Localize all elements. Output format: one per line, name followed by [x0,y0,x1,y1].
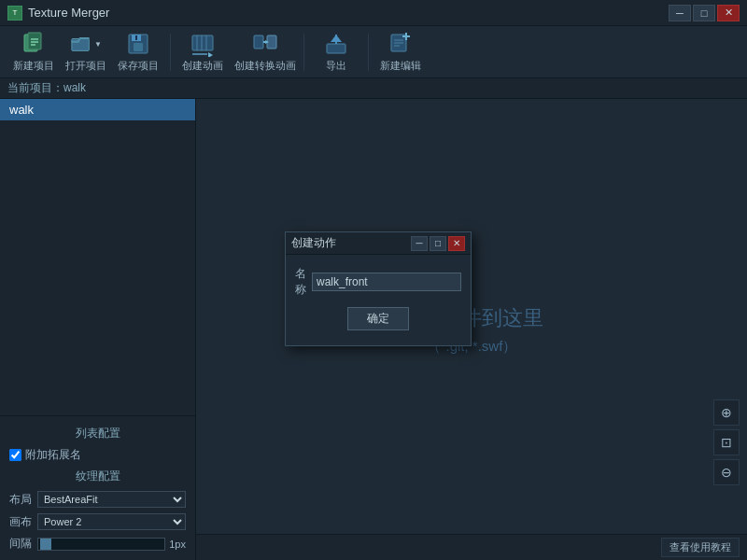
create-transition-label: 创建转换动画 [234,59,296,73]
dialog-body: 名称 确定 [286,255,471,345]
open-project-dropdown-arrow: ▼ [94,40,102,49]
bottom-bar: 查看使用教程 [196,534,747,560]
toolbar: 新建项目 ▼ 打开项目 保存项目 [0,26,747,78]
dialog-name-label: 名称 [295,266,306,298]
svg-rect-10 [192,35,213,50]
svg-rect-9 [135,35,137,40]
current-project-bar: 当前项目：walk [0,78,747,99]
create-transition-icon [252,31,278,57]
new-project-label: 新建项目 [13,59,54,73]
sidebar: walk 列表配置 附加拓展名 纹理配置 布局 BestAreaFit Best… [0,99,196,560]
dialog-ok-button[interactable]: 确定 [347,307,409,330]
layout-row: 布局 BestAreaFit BestLongSideFit BestShort… [0,488,195,511]
append-ext-row: 附加拓展名 [0,445,195,465]
svg-rect-8 [134,43,143,51]
sidebar-bottom: 列表配置 附加拓展名 纹理配置 布局 BestAreaFit BestLongS… [0,415,195,560]
gap-label: 间隔 [9,536,37,552]
dialog-name-input[interactable] [312,273,461,291]
toolbar-new-editor[interactable]: 新建编辑 [374,30,427,75]
toolbar-export[interactable]: 导出 [310,30,362,75]
app-icon: T [7,6,22,21]
canvas-row: 画布 Power 2 Any Size Square [0,511,195,533]
minimize-button[interactable]: ─ [669,5,691,21]
title-bar: T Texture Merger ─ □ ✕ [0,0,747,26]
svg-marker-14 [208,52,213,57]
create-anim-label: 创建动画 [182,59,223,73]
svg-rect-19 [327,44,345,53]
create-action-dialog: 创建动作 ─ □ ✕ 名称 确定 [285,231,472,346]
gap-slider[interactable] [37,538,165,551]
toolbar-create-transition[interactable]: 创建转换动画 [233,30,298,75]
layout-select[interactable]: BestAreaFit BestLongSideFit BestShortSid… [37,491,186,508]
save-project-label: 保存项目 [118,59,159,73]
toolbar-open-project[interactable]: ▼ 打开项目 [63,30,108,75]
gap-value: 1px [169,539,186,550]
dialog-title: 创建动作 [291,235,409,251]
zoom-out-button[interactable]: ⊖ [713,459,740,485]
app-title: Texture Merger [28,6,667,20]
help-button[interactable]: 查看使用教程 [661,538,740,557]
layout-label: 布局 [9,492,37,508]
fit-button[interactable]: ⊡ [713,429,740,455]
svg-rect-16 [254,35,263,49]
export-icon [323,31,349,57]
toolbar-divider-1 [170,34,171,71]
dialog-maximize-button[interactable]: □ [430,236,446,251]
toolbar-new-project[interactable]: 新建项目 [7,30,60,75]
gap-slider-thumb[interactable] [40,539,51,550]
project-item-walk[interactable]: walk [0,99,195,120]
new-editor-icon [388,31,414,57]
list-config-title: 列表配置 [0,422,195,445]
right-tools: ⊕ ⊡ ⊖ [713,399,740,485]
toolbar-save-project[interactable]: 保存项目 [112,30,164,75]
current-project-label: 当前项目：walk [7,80,86,96]
canvas-label: 画布 [9,514,37,530]
svg-rect-5 [72,38,89,50]
append-ext-checkbox[interactable] [9,449,21,461]
close-button[interactable]: ✕ [717,5,740,21]
texture-config-title: 纹理配置 [0,465,195,488]
svg-rect-1 [28,33,41,49]
new-project-icon [21,31,47,57]
create-anim-icon [190,31,216,57]
append-ext-label: 附加拓展名 [25,447,81,463]
canvas-select[interactable]: Power 2 Any Size Square [37,513,186,530]
gap-row: 间隔 1px [0,533,195,554]
dialog-close-button[interactable]: ✕ [448,236,465,251]
toolbar-divider-2 [303,34,304,71]
dialog-name-row: 名称 [295,266,461,298]
dialog-footer: 确定 [295,307,461,334]
export-label: 导出 [326,59,346,73]
save-project-icon [125,31,151,57]
content-area[interactable]: 拖动文件到这里 （*.git, *.swf） ⊕ ⊡ ⊖ 查看使用教程 [196,99,747,560]
dialog-titlebar: 创建动作 ─ □ ✕ [286,232,471,255]
dialog-minimize-button[interactable]: ─ [411,236,428,251]
toolbar-create-anim[interactable]: 创建动画 [176,30,229,75]
project-list[interactable]: walk [0,99,195,415]
zoom-in-button[interactable]: ⊕ [713,399,740,426]
new-editor-label: 新建编辑 [380,59,421,73]
toolbar-divider-3 [368,34,369,71]
open-project-label: 打开项目 [65,59,106,73]
open-project-icon [70,31,92,57]
maximize-button[interactable]: □ [693,5,715,21]
